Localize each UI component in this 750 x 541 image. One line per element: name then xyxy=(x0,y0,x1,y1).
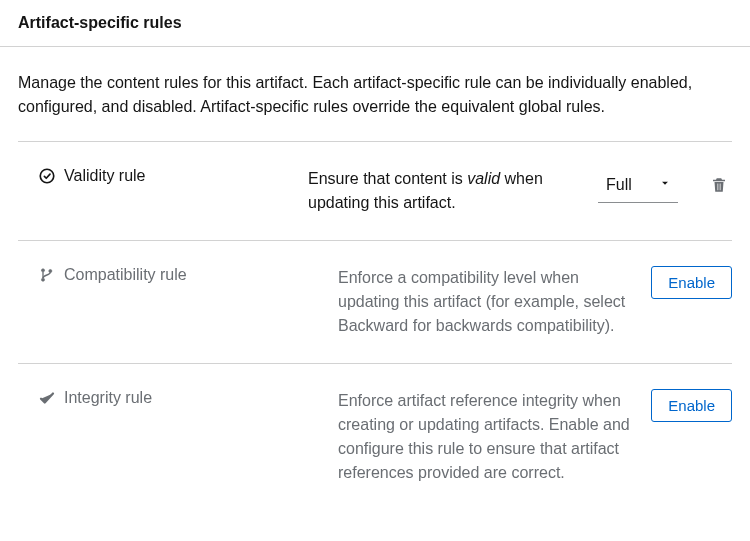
svg-point-0 xyxy=(40,169,54,183)
rule-actions: Enable xyxy=(651,266,732,299)
svg-point-1 xyxy=(41,269,44,272)
rule-row-integrity: Integrity rule Enforce artifact referenc… xyxy=(18,363,732,485)
chevron-down-icon xyxy=(658,176,672,194)
enable-button[interactable]: Enable xyxy=(651,266,732,299)
intro-text: Manage the content rules for this artifa… xyxy=(18,71,732,119)
branch-icon xyxy=(38,266,56,284)
section-header: Artifact-specific rules xyxy=(0,0,750,47)
rule-name: Compatibility rule xyxy=(38,266,308,284)
rule-name-label: Integrity rule xyxy=(64,389,152,407)
rule-name-label: Validity rule xyxy=(64,167,146,185)
trash-icon xyxy=(710,176,728,194)
rule-row-compatibility: Compatibility rule Enforce a compatibili… xyxy=(18,240,732,363)
rule-description: Enforce a compatibility level when updat… xyxy=(338,266,651,338)
delete-button[interactable] xyxy=(706,172,732,198)
rule-name: Validity rule xyxy=(38,167,308,185)
rule-name-label: Compatibility rule xyxy=(64,266,187,284)
rule-description: Enforce artifact reference integrity whe… xyxy=(338,389,651,485)
rule-actions: Full xyxy=(598,167,732,203)
check-icon xyxy=(38,389,56,407)
svg-point-2 xyxy=(41,278,44,281)
select-value: Full xyxy=(606,176,632,194)
rule-description: Ensure that content is valid when updati… xyxy=(308,167,598,215)
validity-level-select[interactable]: Full xyxy=(598,167,678,203)
check-circle-icon xyxy=(38,167,56,185)
section-body: Manage the content rules for this artifa… xyxy=(0,47,750,503)
section-title: Artifact-specific rules xyxy=(18,14,732,32)
rule-row-validity: Validity rule Ensure that content is val… xyxy=(18,141,732,240)
rule-name: Integrity rule xyxy=(38,389,308,407)
svg-point-3 xyxy=(49,269,52,272)
enable-button[interactable]: Enable xyxy=(651,389,732,422)
rule-actions: Enable xyxy=(651,389,732,422)
